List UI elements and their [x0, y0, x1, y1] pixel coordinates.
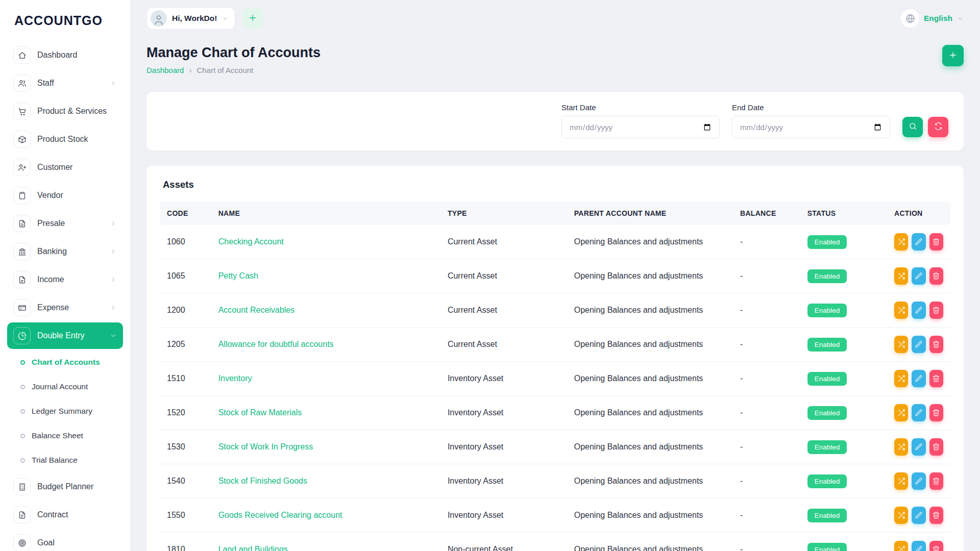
trash-icon: [932, 340, 940, 348]
sidebar-item-dashboard[interactable]: Dashboard: [7, 42, 123, 68]
avatar: [151, 10, 167, 27]
transactions-button[interactable]: [894, 541, 908, 551]
sidebar-item-banking[interactable]: Banking: [7, 238, 123, 265]
delete-button[interactable]: [929, 472, 943, 490]
sidebar-item-income[interactable]: Income: [7, 266, 123, 293]
transactions-button[interactable]: [894, 404, 908, 421]
delete-button[interactable]: [929, 507, 943, 524]
account-name-link[interactable]: Petty Cash: [218, 271, 258, 280]
sidebar-item-expense[interactable]: Expense: [7, 294, 123, 321]
user-menu[interactable]: Hi, WorkDo!: [146, 7, 235, 30]
row-actions: [894, 233, 943, 251]
account-name-link[interactable]: Stock of Raw Materials: [218, 408, 302, 417]
account-code: 1520: [160, 396, 211, 430]
circle-icon: [20, 409, 25, 414]
add-account-button[interactable]: [942, 45, 964, 66]
breadcrumb-current: Chart of Account: [197, 66, 253, 74]
transactions-button[interactable]: [894, 472, 908, 490]
transactions-icon: [897, 374, 905, 383]
sidebar-subitem-balance-sheet[interactable]: Balance Sheet: [14, 424, 123, 447]
account-name-link[interactable]: Stock of Finished Goods: [218, 477, 307, 485]
customer-icon: [13, 159, 31, 176]
edit-button[interactable]: [912, 507, 925, 524]
account-name-link[interactable]: Land and Buildings: [218, 545, 288, 551]
edit-button[interactable]: [912, 541, 925, 551]
delete-button[interactable]: [929, 404, 943, 421]
sidebar-item-label: Product Stock: [37, 135, 88, 144]
breadcrumb-dashboard-link[interactable]: Dashboard: [146, 66, 184, 74]
sidebar-item-staff[interactable]: Staff: [7, 70, 123, 96]
sidebar-subitem-trial-balance[interactable]: Trial Balance: [14, 448, 123, 472]
edit-button[interactable]: [912, 404, 925, 421]
chevron-right-icon: [110, 220, 117, 227]
sidebar-subitem-journal-account[interactable]: Journal Account: [14, 375, 123, 398]
sidebar-subitem-ledger-summary[interactable]: Ledger Summary: [14, 399, 123, 423]
account-name-link[interactable]: Allowance for doubtful accounts: [218, 340, 334, 348]
delete-button[interactable]: [929, 302, 943, 319]
delete-button[interactable]: [929, 336, 943, 353]
sidebar-item-customer[interactable]: Customer: [7, 154, 123, 181]
trash-icon: [932, 306, 940, 314]
transactions-icon: [897, 306, 905, 314]
status-badge: Enabled: [807, 406, 847, 420]
sidebar-item-contract[interactable]: Contract: [7, 502, 123, 528]
sidebar-item-label: Vendor: [37, 191, 63, 200]
transactions-button[interactable]: [894, 233, 908, 251]
sidebar-item-budget-planner[interactable]: Budget Planner: [7, 473, 123, 500]
transactions-button[interactable]: [894, 302, 908, 319]
status-badge: Enabled: [807, 440, 847, 454]
delete-button[interactable]: [929, 267, 943, 285]
account-balance: -: [733, 464, 800, 498]
transactions-icon: [897, 511, 905, 519]
edit-button[interactable]: [912, 233, 925, 251]
table-row: 1530Stock of Work In ProgressInventory A…: [160, 430, 950, 464]
quick-add-button[interactable]: [242, 8, 263, 29]
account-name-link[interactable]: Goods Received Clearing account: [218, 511, 342, 519]
column-header: BALANCE: [733, 202, 800, 225]
sidebar-item-product-stock[interactable]: Product Stock: [7, 126, 123, 153]
transactions-button[interactable]: [894, 336, 908, 353]
account-code: 1810: [160, 533, 211, 551]
transactions-button[interactable]: [894, 267, 908, 285]
row-actions: [894, 507, 943, 524]
edit-button[interactable]: [912, 302, 925, 319]
transactions-icon: [897, 443, 905, 451]
status-badge: Enabled: [807, 509, 847, 522]
sidebar-item-label: Product & Services: [37, 107, 107, 116]
trash-icon: [932, 409, 940, 417]
transactions-button[interactable]: [894, 370, 908, 387]
search-button[interactable]: [902, 117, 923, 137]
sidebar-subitem-chart-of-accounts[interactable]: Chart of Accounts: [14, 350, 123, 374]
account-name-link[interactable]: Inventory: [218, 374, 252, 383]
sidebar-subitem-label: Balance Sheet: [32, 431, 83, 440]
sidebar-item-double-entry[interactable]: Double Entry: [7, 322, 123, 349]
account-name-link[interactable]: Account Receivables: [218, 306, 295, 314]
delete-button[interactable]: [929, 370, 943, 387]
sidebar-item-product-services[interactable]: Product & Services: [7, 98, 123, 124]
sidebar-item-label: Customer: [37, 163, 72, 172]
transactions-button[interactable]: [894, 507, 908, 524]
sidebar-item-vendor[interactable]: Vendor: [7, 182, 123, 209]
sidebar-item-goal[interactable]: Goal: [7, 530, 123, 551]
delete-button[interactable]: [929, 438, 943, 456]
delete-button[interactable]: [929, 541, 943, 551]
account-balance: -: [733, 328, 800, 362]
greeting-text: Hi, WorkDo!: [172, 14, 217, 23]
edit-button[interactable]: [912, 472, 925, 490]
start-date-input[interactable]: [561, 116, 720, 138]
caret-down-icon: [957, 15, 964, 22]
delete-button[interactable]: [929, 233, 943, 251]
edit-button[interactable]: [912, 370, 925, 387]
end-date-input[interactable]: [732, 116, 890, 138]
accounts-table-body: 1060Checking AccountCurrent AssetOpening…: [160, 225, 950, 551]
sidebar-item-presale[interactable]: Presale: [7, 210, 123, 237]
reset-button[interactable]: [928, 117, 948, 137]
account-name-link[interactable]: Stock of Work In Progress: [218, 442, 313, 451]
edit-button[interactable]: [912, 438, 925, 456]
account-name-link[interactable]: Checking Account: [218, 237, 284, 246]
edit-button[interactable]: [912, 267, 925, 285]
language-selector[interactable]: English: [901, 9, 964, 28]
transactions-button[interactable]: [894, 438, 908, 456]
language-label: English: [924, 14, 952, 23]
edit-button[interactable]: [912, 336, 925, 353]
